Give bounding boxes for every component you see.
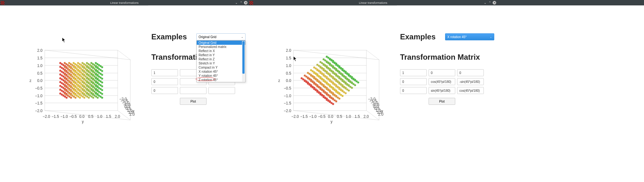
scatter3d-original: 2.01.51.0 0.50.0−0.5 −1.0−1.5−2.0 z −2.0… [0, 15, 159, 142]
svg-point-530 [323, 95, 325, 97]
app-icon [249, 1, 253, 5]
svg-point-803 [332, 71, 334, 72]
dropdown-option[interactable]: Original Grid [197, 41, 245, 45]
dropdown-option[interactable]: Reflect in Z [197, 57, 245, 61]
svg-point-667 [326, 81, 328, 83]
svg-point-304 [88, 97, 90, 98]
svg-text:y: y [331, 119, 332, 124]
svg-text:0.5: 0.5 [337, 114, 342, 119]
plot-pane-left[interactable]: 2.01.51.0 0.50.0−0.5 −1.0−1.5−2.0 z −2.0… [0, 5, 148, 6]
svg-point-713 [326, 76, 328, 78]
svg-point-617 [338, 98, 340, 99]
dropdown-option[interactable]: Compact in Y [197, 65, 245, 70]
svg-text:0.0: 0.0 [286, 78, 291, 83]
svg-point-124 [70, 97, 72, 98]
svg-text:y: y [82, 119, 84, 124]
svg-point-622 [323, 84, 325, 86]
window-title: Linear transformations [249, 1, 497, 4]
dropdown-option[interactable]: Z rotation 45° [197, 78, 245, 82]
matrix-cell-21[interactable] [429, 87, 455, 94]
svg-text:1.5: 1.5 [286, 56, 291, 60]
dropdown-option[interactable]: Reflect in X [197, 49, 245, 53]
chevron-down-icon: ⌄ [241, 36, 243, 38]
svg-point-848 [335, 68, 337, 70]
examples-select-button[interactable]: X rotation 45° ⌄ [445, 33, 494, 40]
svg-point-531 [319, 92, 321, 94]
svg-point-576 [323, 90, 325, 91]
dropdown-option[interactable]: Y rotation 45° [197, 74, 245, 78]
dropdown-option[interactable]: Personalized matrix [197, 45, 245, 49]
svg-text:1.5: 1.5 [106, 114, 111, 119]
svg-point-529 [326, 98, 328, 99]
svg-text:1.5: 1.5 [37, 56, 43, 60]
close-icon[interactable]: ✕ [493, 1, 496, 4]
svg-text:2.0: 2.0 [115, 114, 120, 119]
svg-point-845 [345, 76, 346, 78]
titlebar[interactable]: Linear transformations ⌄ ⌃ ✕ [0, 0, 249, 5]
plot-button[interactable]: Plot [180, 98, 207, 105]
matrix-cell-12[interactable] [457, 78, 484, 85]
maximize-icon[interactable]: ⌃ [488, 1, 491, 4]
svg-point-804 [329, 68, 331, 70]
svg-point-756 [335, 79, 337, 81]
svg-point-891 [345, 71, 346, 72]
examples-select-right[interactable]: X rotation 45° ⌄ [445, 33, 494, 40]
svg-text:−2.0: −2.0 [291, 114, 299, 119]
matrix-cell-02[interactable] [457, 69, 484, 76]
svg-point-757 [332, 76, 334, 78]
matrix-cell-22[interactable] [208, 87, 235, 94]
svg-point-623 [319, 81, 321, 83]
matrix-cell-01[interactable] [429, 69, 455, 76]
svg-point-620 [329, 90, 331, 91]
svg-point-534 [310, 84, 312, 86]
dropdown-scrollbar[interactable] [242, 41, 245, 82]
svg-point-663 [338, 92, 340, 94]
dropdown-option[interactable]: Reflect in Y [197, 53, 245, 57]
svg-point-441 [101, 89, 103, 91]
svg-text:x: x [381, 109, 383, 113]
window-controls: ⌄ ⌃ ✕ [483, 1, 496, 4]
matrix-cell-11[interactable] [429, 78, 455, 85]
window-controls: ⌄ ⌃ ✕ [234, 1, 247, 4]
examples-select-left[interactable]: Original Grid ⌄ Original Grid Personaliz… [196, 33, 246, 40]
matrix-cell-22[interactable] [457, 87, 484, 94]
close-icon[interactable]: ✕ [244, 1, 247, 4]
svg-point-847 [338, 71, 340, 72]
svg-text:1.0: 1.0 [37, 64, 43, 68]
svg-text:2.0: 2.0 [37, 48, 43, 53]
titlebar[interactable]: Linear transformations ⌄ ⌃ ✕ [249, 0, 497, 5]
svg-point-798 [348, 84, 350, 86]
svg-line-3 [118, 50, 130, 60]
svg-point-759 [326, 71, 328, 72]
svg-point-850 [329, 63, 331, 64]
plot-pane-right[interactable]: 2.01.51.0 0.50.0−0.5 −1.0−1.5−2.0 z −2.0… [249, 5, 397, 6]
plot-button[interactable]: Plot [429, 98, 455, 105]
dropdown-option[interactable]: Stretch in Y [197, 61, 245, 65]
minimize-icon[interactable]: ⌄ [234, 1, 238, 4]
svg-point-805 [326, 65, 328, 67]
svg-point-445 [101, 74, 103, 76]
matrix-grid-right [400, 69, 494, 94]
svg-point-715 [319, 71, 321, 72]
examples-dropdown-open[interactable]: Original Grid Personalized matrix Reflec… [196, 40, 246, 82]
minimize-icon[interactable]: ⌄ [483, 1, 487, 4]
svg-point-442 [101, 85, 103, 87]
svg-point-579 [313, 81, 315, 83]
svg-point-669 [319, 76, 321, 78]
svg-text:−1.5: −1.5 [284, 101, 291, 105]
svg-text:0.0: 0.0 [328, 114, 333, 119]
svg-text:−0.5: −0.5 [69, 114, 77, 119]
matrix-cell-21[interactable] [180, 87, 207, 94]
svg-point-662 [341, 95, 343, 97]
svg-point-799 [345, 81, 346, 83]
dropdown-option[interactable]: X rotation 45° [197, 70, 245, 74]
examples-select-button[interactable]: Original Grid ⌄ [196, 33, 246, 40]
svg-point-169 [75, 97, 76, 98]
svg-point-714 [323, 73, 325, 75]
maximize-icon[interactable]: ⌃ [239, 1, 243, 4]
svg-point-895 [332, 60, 334, 62]
svg-text:−1.0: −1.0 [35, 94, 43, 98]
svg-point-889 [351, 76, 353, 78]
svg-text:2.0: 2.0 [364, 114, 369, 119]
svg-text:z: z [30, 78, 31, 83]
